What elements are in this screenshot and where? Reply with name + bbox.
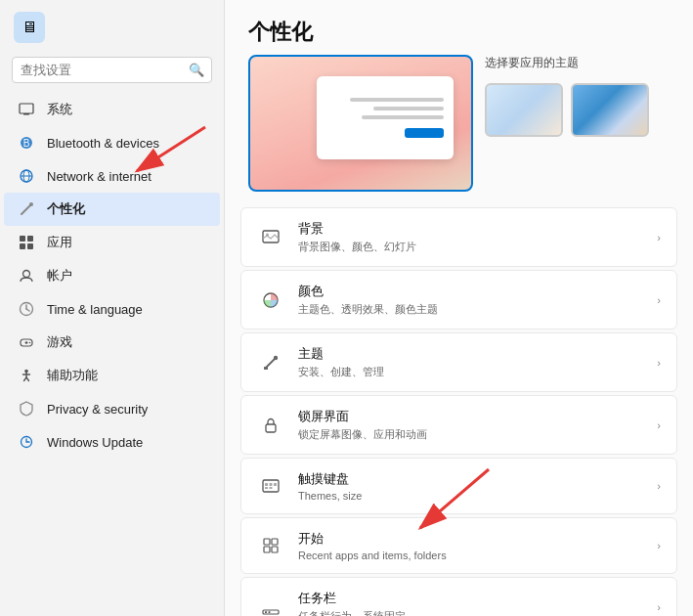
theme-section: 选择要应用的主题: [225, 55, 693, 207]
taskbar-text-block: 任务栏任务栏行为、系统固定: [298, 590, 643, 616]
lock-settings-icon: [257, 412, 284, 439]
search-input[interactable]: [21, 63, 185, 77]
sidebar-item-bluetooth[interactable]: BBluetooth & devices: [4, 126, 220, 159]
touch-text-block: 触摸键盘Themes, size: [298, 470, 643, 502]
chevron-right-icon: ›: [657, 419, 661, 431]
theme-thumb-1[interactable]: [485, 83, 563, 137]
settings-item-start[interactable]: 开始Recent apps and items, folders›: [240, 517, 677, 574]
sidebar-label-bluetooth: Bluetooth & devices: [47, 136, 159, 151]
main-content: 个性化 选择要应用的主题 背景背景图像、颜色、幻灯片›颜色主题色: [225, 0, 693, 616]
color-settings-icon: [257, 286, 284, 314]
theme-text-block: 主题安装、创建、管理: [298, 345, 643, 379]
sidebar-top-area: 🖥: [0, 8, 224, 51]
mock-line-3: [362, 115, 444, 119]
svg-rect-36: [270, 483, 273, 486]
sidebar-item-windows_update[interactable]: Windows Update: [4, 425, 220, 459]
settings-item-theme[interactable]: 主题安装、创建、管理›: [240, 332, 677, 392]
svg-line-16: [26, 309, 29, 311]
settings-list: 背景背景图像、颜色、幻灯片›颜色主题色、透明效果、颜色主题›主题安装、创建、管理…: [225, 207, 693, 616]
sidebar-item-apps[interactable]: 应用: [4, 226, 220, 259]
sidebar-label-windows_update: Windows Update: [47, 435, 143, 450]
theme-options-panel: 选择要应用的主题: [485, 55, 649, 137]
touch-subtitle: Themes, size: [298, 490, 643, 502]
sidebar-item-gaming[interactable]: 游戏: [4, 326, 220, 359]
settings-item-background[interactable]: 背景背景图像、颜色、幻灯片›: [240, 207, 677, 267]
svg-rect-40: [264, 539, 270, 545]
svg-point-31: [274, 355, 278, 359]
search-icon: 🔍: [189, 63, 204, 77]
theme-preview-main[interactable]: [248, 55, 473, 192]
sidebar-item-time[interactable]: Time & language: [4, 292, 220, 326]
svg-rect-0: [20, 104, 33, 113]
svg-rect-46: [269, 611, 271, 613]
svg-rect-32: [264, 367, 268, 370]
taskbar-subtitle: 任务栏行为、系统固定: [298, 609, 643, 616]
svg-point-8: [29, 202, 33, 206]
accessibility-icon: [18, 367, 35, 384]
svg-rect-43: [272, 547, 278, 552]
taskbar-settings-icon: [257, 594, 284, 617]
accounts-icon: [18, 267, 35, 285]
search-box[interactable]: 🔍: [12, 57, 212, 83]
svg-rect-39: [270, 487, 273, 489]
sidebar-label-apps: 应用: [47, 234, 72, 251]
start-settings-icon: [257, 532, 284, 559]
time-icon: [18, 300, 35, 318]
start-title: 开始: [298, 530, 643, 548]
theme-section-label: 选择要应用的主题: [485, 55, 649, 71]
lock-subtitle: 锁定屏幕图像、应用和动画: [298, 427, 643, 442]
lock-title: 锁屏界面: [298, 408, 643, 425]
sidebar-label-time: Time & language: [47, 302, 143, 317]
sidebar-item-privacy[interactable]: Privacy & security: [4, 392, 220, 425]
svg-rect-37: [274, 483, 277, 486]
apps-icon: [18, 234, 35, 251]
sidebar-label-accounts: 帐户: [47, 267, 72, 285]
sidebar-label-personalization: 个性化: [47, 200, 85, 218]
background-title: 背景: [298, 220, 643, 238]
svg-rect-42: [264, 547, 270, 552]
settings-item-lock[interactable]: 锁屏界面锁定屏幕图像、应用和动画›: [240, 395, 677, 455]
chevron-right-icon: ›: [657, 294, 661, 306]
gaming-icon: [18, 333, 35, 351]
theme-thumbs: [485, 83, 649, 137]
personalization-icon: [18, 200, 35, 218]
svg-rect-41: [272, 539, 278, 545]
sidebar-item-system[interactable]: 系统: [4, 93, 220, 126]
lock-text-block: 锁屏界面锁定屏幕图像、应用和动画: [298, 408, 643, 442]
theme-thumb-2[interactable]: [571, 83, 649, 137]
chevron-right-icon: ›: [657, 357, 661, 369]
background-settings-icon: [257, 224, 284, 251]
color-text-block: 颜色主题色、透明效果、颜色主题: [298, 283, 643, 317]
settings-item-taskbar[interactable]: 任务栏任务栏行为、系统固定›: [240, 577, 677, 616]
start-text-block: 开始Recent apps and items, folders: [298, 530, 643, 561]
settings-item-touch[interactable]: 触摸键盘Themes, size›: [240, 458, 677, 514]
svg-text:B: B: [23, 138, 30, 149]
svg-line-7: [22, 204, 31, 214]
theme-title: 主题: [298, 345, 643, 363]
svg-rect-33: [266, 424, 276, 432]
svg-rect-45: [265, 611, 267, 613]
sidebar-item-network[interactable]: Network & internet: [4, 159, 220, 193]
sidebar-item-accounts[interactable]: 帐户: [4, 259, 220, 292]
svg-point-13: [23, 271, 30, 278]
svg-rect-10: [27, 236, 33, 242]
theme-preview-window: [317, 76, 454, 159]
sidebar-label-system: 系统: [47, 101, 72, 118]
svg-rect-9: [20, 236, 25, 242]
sidebar-item-accessibility[interactable]: 辅助功能: [4, 359, 220, 392]
color-title: 颜色: [298, 283, 643, 300]
bluetooth-icon: B: [18, 134, 35, 152]
mock-line-2: [373, 107, 444, 110]
touch-title: 触摸键盘: [298, 470, 643, 488]
background-text-block: 背景背景图像、颜色、幻灯片: [298, 220, 643, 254]
taskbar-title: 任务栏: [298, 590, 643, 607]
svg-line-25: [26, 377, 29, 381]
settings-item-color[interactable]: 颜色主题色、透明效果、颜色主题›: [240, 270, 677, 330]
sidebar-label-gaming: 游戏: [47, 333, 72, 351]
windows_update-icon: [18, 433, 35, 451]
chevron-right-icon: ›: [657, 232, 661, 243]
chevron-right-icon: ›: [657, 540, 661, 551]
privacy-icon: [18, 400, 35, 418]
sidebar-item-personalization[interactable]: 个性化: [4, 193, 220, 226]
svg-rect-1: [23, 113, 29, 115]
